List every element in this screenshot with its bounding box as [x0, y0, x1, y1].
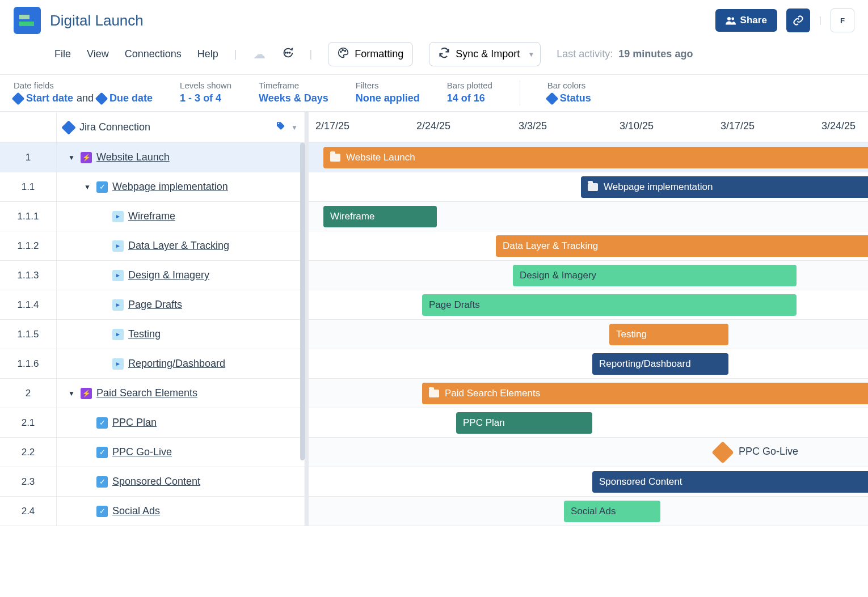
- gantt-bar[interactable]: Paid Search Elements: [422, 383, 868, 404]
- row-label[interactable]: Reporting/Dashboard: [128, 358, 225, 370]
- row-number[interactable]: 1.1.1: [0, 202, 56, 231]
- row-label[interactable]: PPC Plan: [112, 417, 157, 429]
- chevron-down-icon[interactable]: ▼: [291, 124, 298, 132]
- row-number[interactable]: 2: [0, 379, 56, 408]
- row-label[interactable]: Page Drafts: [128, 299, 182, 311]
- gantt-bar[interactable]: Wireframe: [323, 206, 437, 227]
- gantt-row: Reporting/Dashboard: [309, 349, 868, 379]
- gantt-row: PPC Go-Live: [309, 438, 868, 467]
- row-label[interactable]: Data Layer & Tracking: [128, 240, 229, 252]
- tree-row[interactable]: ✓Social Ads: [57, 497, 305, 526]
- story-icon: ▸: [112, 240, 124, 252]
- chat-icon[interactable]: [281, 46, 294, 62]
- bar-label: PPC Plan: [463, 417, 505, 429]
- tree-row[interactable]: ▸Reporting/Dashboard: [57, 349, 305, 379]
- row-number[interactable]: 1.1.3: [0, 261, 56, 290]
- bar-label: Wireframe: [330, 211, 374, 222]
- chevron-down-icon[interactable]: ▼: [68, 389, 76, 397]
- row-number[interactable]: 1.1.4: [0, 290, 56, 320]
- tree-row[interactable]: ▸Data Layer & Tracking: [57, 231, 305, 261]
- bar-label: Design & Imagery: [520, 270, 596, 281]
- main-grid: 11.11.1.11.1.21.1.31.1.41.1.51.1.622.12.…: [0, 112, 868, 526]
- svg-point-2: [285, 52, 286, 53]
- menu-file[interactable]: File: [54, 48, 71, 60]
- row-number[interactable]: 1.1.5: [0, 320, 56, 349]
- menu-help[interactable]: Help: [197, 48, 218, 60]
- row-number[interactable]: 1.1.2: [0, 231, 56, 261]
- row-label[interactable]: Design & Imagery: [128, 269, 209, 281]
- tree-row[interactable]: ▸Wireframe: [57, 202, 305, 231]
- row-number[interactable]: 2.4: [0, 497, 56, 526]
- story-icon: ▸: [112, 211, 124, 222]
- header-more-button[interactable]: F: [831, 9, 854, 32]
- tree-row[interactable]: ▸Testing: [57, 320, 305, 349]
- tree-row[interactable]: ✓PPC Plan: [57, 408, 305, 438]
- gantt-bar[interactable]: Social Ads: [564, 501, 660, 522]
- svg-point-4: [289, 52, 290, 53]
- chevron-down-icon: ▼: [528, 50, 534, 58]
- tree-row[interactable]: ▼⚡Paid Search Elements: [57, 379, 305, 408]
- menu-view[interactable]: View: [87, 48, 109, 60]
- link-icon: [793, 15, 804, 26]
- gantt-column: 2/17/252/24/253/3/253/10/253/17/253/24/2…: [309, 112, 868, 526]
- tag-icon[interactable]: [275, 121, 285, 134]
- row-number[interactable]: 2.2: [0, 438, 56, 467]
- gantt-bar[interactable]: Webpage implementation: [581, 176, 868, 198]
- tree-row[interactable]: ▼⚡Website Launch: [57, 143, 305, 172]
- tree-row[interactable]: ✓Sponsored Content: [57, 467, 305, 497]
- row-number[interactable]: 2.1: [0, 408, 56, 438]
- gantt-bar[interactable]: Design & Imagery: [513, 265, 797, 286]
- row-label[interactable]: Testing: [128, 328, 161, 340]
- formatting-button[interactable]: Formatting: [328, 42, 413, 66]
- timeline-date: 3/10/25: [620, 120, 654, 132]
- barcolors-value[interactable]: Status: [547, 92, 591, 104]
- gantt-bar[interactable]: PPC Plan: [456, 412, 592, 434]
- gantt-bar[interactable]: Reporting/Dashboard: [592, 353, 728, 375]
- row-label[interactable]: Sponsored Content: [112, 476, 200, 488]
- row-label[interactable]: Webpage implementation: [112, 181, 228, 193]
- milestone[interactable]: [711, 441, 734, 464]
- tree-row[interactable]: ✓PPC Go-Live: [57, 438, 305, 467]
- diamond-icon: [95, 92, 108, 105]
- tree-row[interactable]: ▸Design & Imagery: [57, 261, 305, 290]
- row-number[interactable]: 1.1: [0, 172, 56, 202]
- task-check-icon: ✓: [96, 476, 108, 488]
- scrollbar[interactable]: [300, 143, 305, 506]
- filters-value[interactable]: None applied: [356, 92, 420, 104]
- timeframe-value[interactable]: Weeks & Days: [259, 92, 328, 104]
- gantt-bar[interactable]: Page Drafts: [422, 294, 797, 316]
- gantt-row: Testing: [309, 320, 868, 349]
- timeline-date: 3/24/25: [821, 120, 856, 132]
- epic-icon: ⚡: [81, 388, 92, 399]
- share-button[interactable]: Share: [715, 9, 777, 32]
- project-title[interactable]: Digital Launch: [50, 12, 144, 29]
- row-label[interactable]: Website Launch: [96, 151, 170, 163]
- levels-value[interactable]: 1 - 3 of 4: [180, 92, 231, 104]
- row-label[interactable]: PPC Go-Live: [112, 446, 172, 458]
- row-label[interactable]: Paid Search Elements: [96, 387, 197, 399]
- bars-value[interactable]: 14 of 16: [447, 92, 492, 104]
- bar-label: Paid Search Elements: [445, 388, 540, 399]
- gantt-row: Webpage implementation: [309, 172, 868, 202]
- date-fields-value[interactable]: Start date and Due date: [14, 92, 153, 104]
- tree-row[interactable]: ▸Page Drafts: [57, 290, 305, 320]
- sync-import-button[interactable]: Sync & Import ▼: [429, 42, 541, 66]
- menu-connections[interactable]: Connections: [125, 48, 182, 60]
- row-number[interactable]: 2.3: [0, 467, 56, 497]
- gantt-bar[interactable]: Testing: [609, 324, 728, 345]
- row-number[interactable]: 1: [0, 143, 56, 172]
- gantt-bar[interactable]: Sponsored Content: [592, 471, 868, 493]
- copy-link-button[interactable]: [786, 9, 810, 32]
- gantt-bar[interactable]: Data Layer & Tracking: [496, 235, 868, 257]
- gantt-bar[interactable]: Website Launch: [323, 147, 868, 168]
- milestone-label: PPC Go-Live: [739, 446, 798, 458]
- chevron-down-icon[interactable]: ▼: [84, 183, 92, 191]
- row-label[interactable]: Wireframe: [128, 210, 175, 222]
- chevron-down-icon[interactable]: ▼: [68, 154, 76, 162]
- gantt-row: Sponsored Content: [309, 467, 868, 497]
- bar-label: Social Ads: [571, 506, 616, 517]
- gantt-row: Page Drafts: [309, 290, 868, 320]
- tree-row[interactable]: ▼✓Webpage implementation: [57, 172, 305, 202]
- row-label[interactable]: Social Ads: [112, 505, 160, 517]
- row-number[interactable]: 1.1.6: [0, 349, 56, 379]
